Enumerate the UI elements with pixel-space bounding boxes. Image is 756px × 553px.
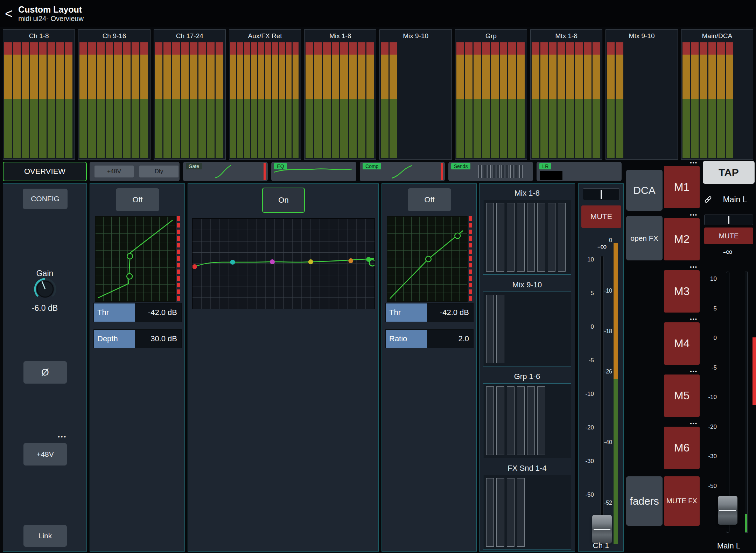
- send-level-slot[interactable]: [527, 386, 535, 455]
- send-level-slot[interactable]: [496, 386, 504, 455]
- pan-thumb[interactable]: [601, 190, 602, 199]
- back-icon[interactable]: <: [5, 7, 13, 20]
- channel-fader-handle[interactable]: [592, 515, 612, 544]
- main-fader-track[interactable]: [726, 272, 729, 533]
- delay-chip[interactable]: Dly: [139, 166, 178, 177]
- meter-group[interactable]: Mtx 9-10: [606, 29, 678, 160]
- meter-bars: [455, 42, 527, 159]
- eq-band-node[interactable]: [192, 264, 197, 269]
- send-level-slot[interactable]: [486, 478, 494, 547]
- mute-fx-button[interactable]: MUTE FX: [664, 476, 700, 526]
- main-fader-handle[interactable]: [718, 496, 737, 525]
- main-mute-button[interactable]: MUTE: [704, 227, 753, 244]
- more-options-icon[interactable]: •••: [3, 434, 67, 440]
- send-level-slot[interactable]: [507, 478, 514, 547]
- phantom-chip[interactable]: +48V: [94, 166, 134, 177]
- meter-group[interactable]: Grp: [455, 29, 527, 160]
- meter-group[interactable]: Ch 9-16: [78, 29, 150, 160]
- send-level-slot[interactable]: [517, 386, 525, 455]
- gate-threshold-value[interactable]: -42.0 dB: [135, 303, 182, 322]
- meter-group[interactable]: Ch 17-24: [154, 29, 226, 160]
- gate-curve-graph[interactable]: [95, 216, 176, 302]
- more-options-icon[interactable]: •••: [664, 265, 700, 270]
- level-meter: [272, 42, 278, 158]
- gain-knob[interactable]: [33, 277, 57, 301]
- send-level-slot[interactable]: [537, 386, 545, 455]
- send-level-slot[interactable]: [496, 203, 504, 272]
- config-button[interactable]: CONFIG: [23, 189, 68, 209]
- dca-button[interactable]: DCA: [626, 170, 663, 211]
- lr-mini-panel[interactable]: LR: [537, 162, 622, 181]
- mute-group-button[interactable]: M6: [664, 427, 700, 469]
- tap-tempo-button[interactable]: TAP: [703, 161, 755, 184]
- channel-mute-button[interactable]: MUTE: [581, 205, 621, 228]
- comp-state-button[interactable]: Off: [408, 188, 451, 211]
- channel-fader-track[interactable]: [600, 256, 604, 550]
- pan-thumb[interactable]: [728, 216, 729, 224]
- eq-band-ring-node[interactable]: [369, 260, 375, 266]
- send-level-slot[interactable]: [496, 478, 504, 547]
- level-meter: [558, 42, 565, 158]
- send-level-slot[interactable]: [486, 386, 494, 455]
- sends-column: Mix 1-8Mix 9-10Grp 1-6FX Snd 1-4: [479, 183, 575, 552]
- sends-mini-panel[interactable]: Sends: [448, 162, 533, 181]
- open-fx-button[interactable]: open FX: [626, 216, 663, 260]
- level-meter: [198, 42, 206, 158]
- meter-group[interactable]: Aux/FX Ret: [229, 29, 301, 160]
- eq-curve-graph[interactable]: [192, 218, 375, 309]
- meter-group[interactable]: Main/DCA: [681, 29, 753, 160]
- phantom-button[interactable]: +48V: [23, 443, 67, 465]
- send-level-slot[interactable]: [496, 295, 504, 363]
- send-levels-panel[interactable]: [483, 475, 571, 550]
- more-options-icon[interactable]: •••: [664, 317, 700, 322]
- send-levels-panel[interactable]: [483, 383, 571, 458]
- send-level-slot[interactable]: [517, 478, 525, 547]
- mute-group-button[interactable]: M3: [664, 270, 700, 313]
- link-icon[interactable]: [704, 195, 713, 204]
- comp-mini-panel[interactable]: Comp: [360, 162, 445, 181]
- mute-group-button[interactable]: M2: [664, 218, 700, 260]
- link-button[interactable]: Link: [23, 525, 67, 547]
- send-level-slot[interactable]: [486, 295, 494, 363]
- mute-group-button[interactable]: M5: [664, 374, 700, 417]
- more-options-icon[interactable]: •••: [664, 213, 700, 218]
- send-level-slot[interactable]: [507, 203, 514, 272]
- gate-state-button[interactable]: Off: [116, 188, 159, 211]
- more-options-icon[interactable]: •••: [664, 422, 700, 427]
- eq-band-node[interactable]: [348, 258, 353, 263]
- send-level-slot[interactable]: [507, 386, 514, 455]
- more-options-icon[interactable]: •••: [664, 161, 700, 166]
- meter-group[interactable]: Mtx 1-8: [530, 29, 602, 160]
- mute-group-button[interactable]: M1: [664, 166, 700, 208]
- send-level-slot[interactable]: [527, 203, 535, 272]
- faders-button[interactable]: faders: [626, 476, 663, 526]
- eq-band-node[interactable]: [230, 260, 235, 265]
- eq-band-node[interactable]: [308, 259, 313, 264]
- meter-group[interactable]: Mix 9-10: [379, 29, 451, 160]
- mute-group-button[interactable]: M4: [664, 322, 700, 365]
- main-bus-label[interactable]: Main L: [715, 195, 755, 204]
- channel-pan-slider[interactable]: [583, 188, 620, 200]
- send-level-slot[interactable]: [558, 203, 566, 272]
- eq-band-node[interactable]: [270, 259, 275, 264]
- eq-state-button[interactable]: On: [262, 188, 305, 213]
- meter-group[interactable]: Mix 1-8: [304, 29, 376, 160]
- phase-button[interactable]: Ø: [23, 361, 67, 384]
- gate-mini-panel[interactable]: Gate: [183, 162, 268, 181]
- eq-mini-panel[interactable]: EQ: [271, 162, 356, 181]
- send-level-slot[interactable]: [517, 203, 525, 272]
- meter-group[interactable]: Ch 1-8: [3, 29, 75, 160]
- send-levels-panel[interactable]: [483, 200, 571, 275]
- comp-threshold-value[interactable]: -42.0 dB: [427, 303, 474, 322]
- send-level-slot[interactable]: [548, 203, 555, 272]
- send-level-slot[interactable]: [486, 203, 494, 272]
- send-levels-panel[interactable]: [483, 292, 571, 366]
- comp-ratio-value[interactable]: 2.0: [427, 330, 474, 348]
- overview-tab[interactable]: OVERVIEW: [3, 162, 87, 181]
- gate-depth-value[interactable]: 30.0 dB: [135, 330, 182, 348]
- eq-column: On: [188, 183, 379, 552]
- main-pan-slider[interactable]: [704, 215, 753, 225]
- comp-curve-graph[interactable]: [387, 216, 468, 302]
- more-options-icon[interactable]: •••: [664, 370, 700, 374]
- send-level-slot[interactable]: [537, 203, 545, 272]
